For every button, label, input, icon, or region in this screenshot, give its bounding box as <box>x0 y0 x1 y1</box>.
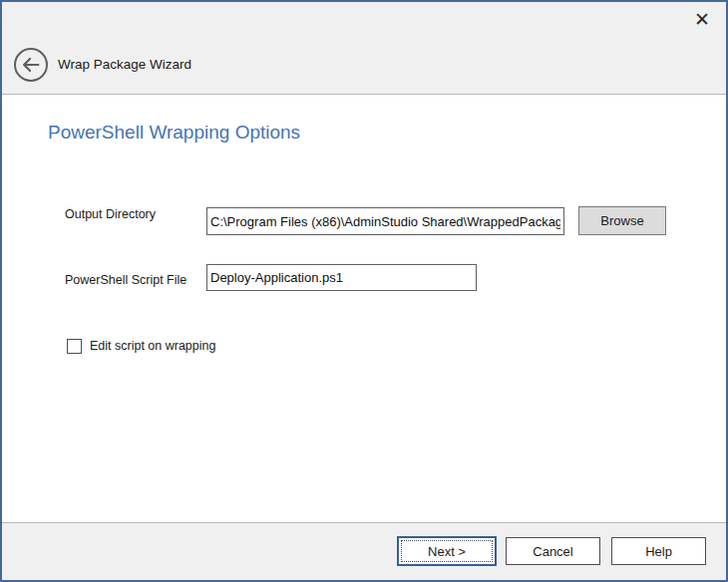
page-heading: PowerShell Wrapping Options <box>48 122 300 144</box>
cancel-button[interactable]: Cancel <box>506 537 600 565</box>
wizard-title: Wrap Package Wizard <box>58 57 191 72</box>
wizard-header: ✕ Wrap Package Wizard <box>2 2 726 95</box>
script-file-input[interactable] <box>206 264 477 291</box>
edit-script-checkbox-label: Edit script on wrapping <box>90 339 215 353</box>
output-directory-input[interactable] <box>206 207 564 235</box>
output-directory-label: Output Directory <box>65 207 156 221</box>
wizard-footer: Next > Cancel Help <box>2 522 726 580</box>
help-button[interactable]: Help <box>611 537 706 565</box>
close-button[interactable]: ✕ <box>688 6 716 34</box>
back-button[interactable] <box>14 48 48 82</box>
script-file-label: PowerShell Script File <box>65 273 186 287</box>
edit-script-checkbox[interactable] <box>67 339 82 354</box>
back-arrow-icon <box>20 54 42 76</box>
browse-button[interactable]: Browse <box>578 206 666 235</box>
wizard-window: ✕ Wrap Package Wizard PowerShell Wrappin… <box>0 0 728 582</box>
next-button[interactable]: Next > <box>397 536 497 566</box>
